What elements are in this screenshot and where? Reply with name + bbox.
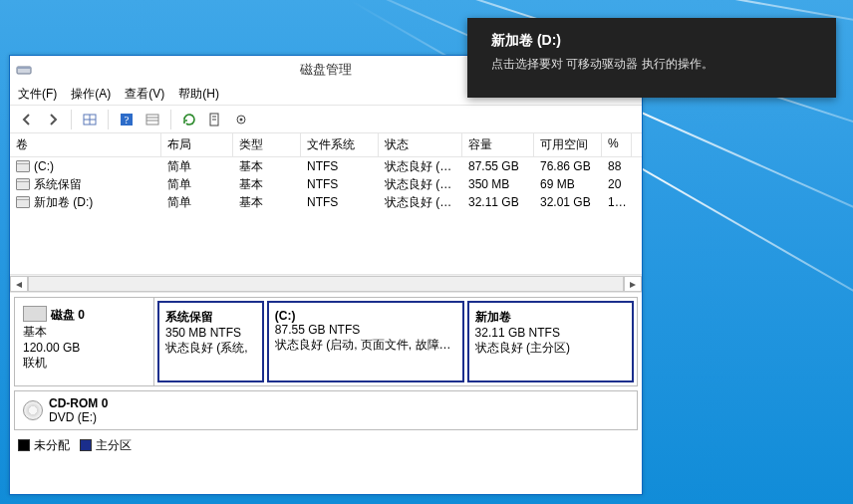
help-icon[interactable]: ? — [116, 109, 138, 130]
legend: 未分配 主分区 — [10, 434, 642, 456]
app-icon — [16, 62, 32, 78]
disk-name: 磁盘 0 — [51, 308, 85, 322]
menu-view[interactable]: 查看(V) — [125, 86, 164, 103]
disk-layout-pane: 磁盘 0 基本 120.00 GB 联机 系统保留350 MB NTFS状态良好… — [10, 293, 642, 494]
menu-action[interactable]: 操作(A) — [71, 86, 111, 103]
partition[interactable]: 新加卷32.11 GB NTFS状态良好 (主分区) — [467, 301, 634, 382]
table-row[interactable]: 系统保留简单基本NTFS状态良好 (…350 MB69 MB20 — [10, 175, 642, 193]
col-status[interactable]: 状态 — [379, 133, 462, 156]
volume-list-header: 卷 布局 类型 文件系统 状态 容量 可用空间 % — [10, 133, 642, 157]
toolbar-separator — [170, 110, 171, 129]
scroll-right-icon[interactable]: ▸ — [624, 276, 642, 292]
cdrom-name: CD-ROM 0 — [49, 396, 108, 410]
table-row[interactable]: (C:)简单基本NTFS状态良好 (…87.55 GB76.86 GB88 — [10, 157, 642, 175]
toast-body: 点击选择要对 可移动驱动器 执行的操作。 — [491, 56, 812, 73]
toolbar-separator — [108, 110, 109, 129]
window-title: 磁盘管理 — [300, 61, 352, 79]
disk-row[interactable]: 磁盘 0 基本 120.00 GB 联机 系统保留350 MB NTFS状态良好… — [14, 297, 638, 386]
legend-swatch-black — [18, 439, 30, 451]
table-row[interactable]: 新加卷 (D:)简单基本NTFS状态良好 (…32.11 GB32.01 GB1… — [10, 193, 642, 211]
col-percent[interactable]: % — [602, 133, 632, 156]
menu-help[interactable]: 帮助(H) — [178, 86, 219, 103]
settings-icon[interactable] — [230, 109, 252, 130]
menu-file[interactable]: 文件(F) — [18, 86, 57, 103]
col-filesystem[interactable]: 文件系统 — [301, 133, 379, 156]
toolbar: ? — [10, 106, 642, 133]
disk-icon — [23, 306, 47, 322]
cdrom-row[interactable]: CD-ROM 0 DVD (E:) — [14, 390, 638, 430]
volume-icon — [16, 160, 30, 172]
svg-rect-1 — [17, 67, 31, 69]
legend-swatch-blue — [80, 439, 92, 451]
col-volume[interactable]: 卷 — [10, 133, 161, 156]
autoplay-toast[interactable]: 新加卷 (D:) 点击选择要对 可移动驱动器 执行的操作。 — [467, 18, 836, 98]
disk-size: 120.00 GB — [23, 341, 145, 355]
disk-partitions: 系统保留350 MB NTFS状态良好 (系统,(C:)87.55 GB NTF… — [154, 298, 637, 385]
col-type[interactable]: 类型 — [233, 133, 301, 156]
partition[interactable]: (C:)87.55 GB NTFS状态良好 (启动, 页面文件, 故障转… — [267, 301, 464, 382]
col-layout[interactable]: 布局 — [161, 133, 233, 156]
cdrom-icon — [23, 400, 43, 420]
toolbar-list-icon[interactable] — [142, 109, 163, 130]
volume-list-body: (C:)简单基本NTFS状态良好 (…87.55 GB76.86 GB88系统保… — [10, 157, 642, 274]
disk-state: 联机 — [23, 355, 145, 372]
volume-list: 卷 布局 类型 文件系统 状态 容量 可用空间 % (C:)简单基本NTFS状态… — [10, 133, 642, 293]
legend-primary: 主分区 — [80, 437, 132, 454]
toolbar-view-icon[interactable] — [79, 109, 101, 130]
properties-icon[interactable] — [204, 109, 226, 130]
partition[interactable]: 系统保留350 MB NTFS状态良好 (系统, — [157, 301, 264, 382]
toolbar-separator — [71, 110, 72, 129]
disk-management-window: 磁盘管理 文件(F) 操作(A) 查看(V) 帮助(H) ? 卷 布局 类型 文… — [9, 55, 643, 495]
scroll-track[interactable] — [28, 276, 624, 292]
svg-point-14 — [240, 118, 243, 121]
refresh-icon[interactable] — [178, 109, 200, 130]
svg-rect-7 — [146, 115, 158, 125]
forward-button[interactable] — [42, 109, 64, 130]
scroll-left-icon[interactable]: ◂ — [10, 276, 28, 292]
col-free[interactable]: 可用空间 — [534, 133, 602, 156]
disk-type: 基本 — [23, 324, 145, 341]
volume-icon — [16, 178, 30, 190]
cdrom-sub: DVD (E:) — [49, 410, 108, 424]
back-button[interactable] — [16, 109, 38, 130]
legend-unallocated: 未分配 — [18, 437, 70, 454]
disk-label-panel: 磁盘 0 基本 120.00 GB 联机 — [15, 298, 154, 385]
h-scrollbar[interactable]: ◂ ▸ — [10, 274, 642, 292]
col-capacity[interactable]: 容量 — [462, 133, 534, 156]
svg-text:?: ? — [125, 114, 130, 126]
volume-icon — [16, 196, 30, 208]
toast-title: 新加卷 (D:) — [491, 32, 812, 50]
